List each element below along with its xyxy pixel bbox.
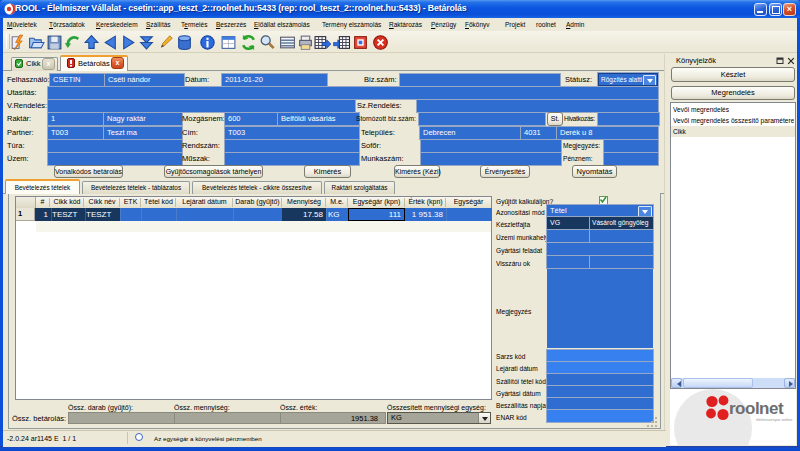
- svg-text:élelmiszeripar online: élelmiszeripar online: [756, 417, 793, 422]
- svg-text:roolnet: roolnet: [729, 399, 784, 418]
